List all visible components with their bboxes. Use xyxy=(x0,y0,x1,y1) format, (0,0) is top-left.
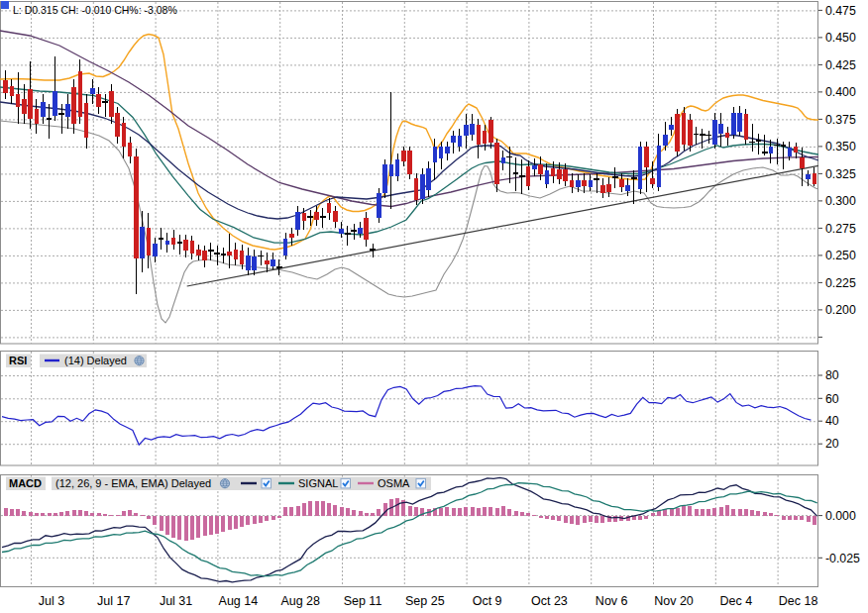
svg-text:0.000: 0.000 xyxy=(825,509,856,523)
svg-text:Jul 31: Jul 31 xyxy=(160,594,192,608)
svg-text:0.225: 0.225 xyxy=(825,276,856,290)
svg-text:Dec 4: Dec 4 xyxy=(719,594,752,608)
svg-text:Nov 20: Nov 20 xyxy=(654,594,694,608)
svg-text:Oct 23: Oct 23 xyxy=(531,594,568,608)
svg-text:Sep 11: Sep 11 xyxy=(344,594,382,608)
svg-text:0.325: 0.325 xyxy=(825,167,856,181)
svg-text:0.250: 0.250 xyxy=(825,249,856,262)
svg-text:Aug 28: Aug 28 xyxy=(280,594,320,608)
svg-text:40: 40 xyxy=(825,414,839,428)
svg-text:MACD: MACD xyxy=(9,477,42,489)
svg-text:0.475: 0.475 xyxy=(825,4,856,18)
svg-text:Jul 3: Jul 3 xyxy=(39,594,64,608)
svg-text:(12, 26, 9 - EMA, EMA) Delayed: (12, 26, 9 - EMA, EMA) Delayed xyxy=(55,477,211,489)
svg-text:20: 20 xyxy=(825,437,839,451)
svg-text:0.425: 0.425 xyxy=(825,58,856,72)
svg-text:Aug 14: Aug 14 xyxy=(219,594,259,608)
svg-text:60: 60 xyxy=(825,392,839,406)
svg-text:-0.025: -0.025 xyxy=(825,552,860,565)
svg-text:Sep 25: Sep 25 xyxy=(405,594,445,608)
svg-text:80: 80 xyxy=(825,368,839,382)
svg-text:OSMA: OSMA xyxy=(378,477,410,489)
svg-text:0.400: 0.400 xyxy=(825,85,856,99)
svg-text:0.350: 0.350 xyxy=(825,140,856,153)
svg-text:L: D0.315 CH: -0.010 CH%: -3.0: L: D0.315 CH: -0.010 CH%: -3.08% xyxy=(13,4,177,16)
svg-text:0.300: 0.300 xyxy=(825,194,856,208)
svg-text:SIGNAL: SIGNAL xyxy=(298,477,338,489)
svg-text:0.450: 0.450 xyxy=(825,31,856,45)
svg-text:Nov 6: Nov 6 xyxy=(596,594,628,608)
svg-text:0.275: 0.275 xyxy=(825,222,856,236)
svg-text:0.375: 0.375 xyxy=(825,113,856,127)
svg-text:Jul 17: Jul 17 xyxy=(97,594,130,608)
svg-text:(14) Delayed: (14) Delayed xyxy=(64,355,127,366)
svg-text:Oct 9: Oct 9 xyxy=(473,594,502,608)
svg-text:0.200: 0.200 xyxy=(825,303,856,317)
svg-text:Dec 18: Dec 18 xyxy=(779,594,818,608)
svg-text:RSI: RSI xyxy=(9,355,27,366)
